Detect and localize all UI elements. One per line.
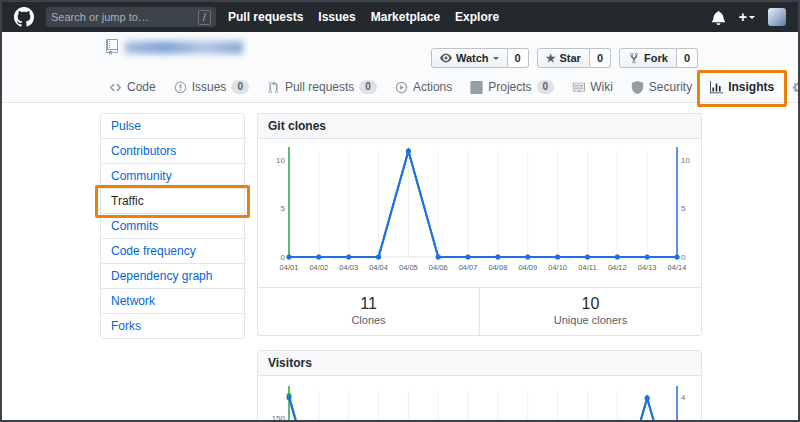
insights-sidebar: Pulse Contributors Community Traffic Com… bbox=[100, 113, 245, 339]
tab-actions[interactable]: Actions bbox=[386, 73, 461, 103]
top-header: / Pull requests Issues Marketplace Explo… bbox=[2, 2, 798, 32]
unique-cloners-label: Unique cloners bbox=[480, 314, 701, 326]
tab-insights[interactable]: Insights bbox=[701, 73, 783, 103]
unique-cloners-cell: 10 Unique cloners bbox=[479, 288, 701, 335]
sidebar-item-traffic[interactable]: Traffic bbox=[101, 189, 244, 214]
svg-text:04/09: 04/09 bbox=[518, 263, 537, 272]
github-traffic-page: / Pull requests Issues Marketplace Explo… bbox=[0, 0, 800, 422]
nav-marketplace[interactable]: Marketplace bbox=[371, 10, 440, 24]
issue-icon bbox=[174, 81, 187, 94]
repo-icon bbox=[106, 39, 118, 55]
tab-label: Projects bbox=[488, 80, 531, 94]
sidebar-item-dependency-graph[interactable]: Dependency graph bbox=[101, 264, 244, 289]
tab-label: Code bbox=[127, 80, 156, 94]
svg-text:04/11: 04/11 bbox=[578, 263, 596, 272]
git-clones-panel-title: Git clones bbox=[258, 114, 701, 139]
header-right: + bbox=[711, 8, 786, 26]
clones-total-value: 11 bbox=[258, 295, 479, 313]
tab-count: 0 bbox=[231, 80, 249, 94]
visitors-panel-title: Visitors bbox=[258, 351, 701, 376]
svg-text:04/13: 04/13 bbox=[638, 263, 657, 272]
fork-count[interactable]: 0 bbox=[677, 48, 698, 68]
repo-name-redacted[interactable] bbox=[125, 41, 243, 54]
slash-shortcut-hint: / bbox=[198, 10, 211, 25]
repo-action-buttons: Watch 0 ★ Star 0 Fork 0 bbox=[431, 48, 698, 68]
user-avatar[interactable] bbox=[768, 8, 786, 26]
watch-count[interactable]: 0 bbox=[508, 48, 529, 68]
top-nav: Pull requests Issues Marketplace Explore bbox=[228, 10, 499, 24]
repo-header: Watch 0 ★ Star 0 Fork 0 bbox=[2, 32, 798, 103]
tab-count: 0 bbox=[537, 80, 555, 94]
tab-code[interactable]: Code bbox=[100, 73, 165, 103]
git-clones-chart: 0510051004/0104/0204/0304/0404/0504/0604… bbox=[258, 139, 701, 287]
traffic-content: Git clones 0510051004/0104/0204/0304/040… bbox=[257, 113, 702, 422]
watch-button-group: Watch 0 bbox=[431, 48, 529, 68]
svg-text:04/14: 04/14 bbox=[668, 263, 687, 272]
notifications-bell-icon[interactable] bbox=[711, 10, 726, 25]
code-icon bbox=[109, 81, 122, 94]
tab-label: Pull requests bbox=[285, 80, 354, 94]
svg-text:5: 5 bbox=[281, 204, 286, 213]
tab-security[interactable]: Security bbox=[622, 73, 701, 103]
svg-text:04/08: 04/08 bbox=[489, 263, 508, 272]
visitors-chart: 50100150123404/0104/0204/0304/0404/0504/… bbox=[258, 376, 701, 422]
gear-icon bbox=[792, 81, 800, 94]
tab-settings[interactable]: Settings bbox=[783, 73, 800, 103]
sidebar-item-community[interactable]: Community bbox=[101, 164, 244, 189]
fork-icon bbox=[628, 52, 640, 64]
book-icon bbox=[572, 81, 585, 94]
svg-text:10: 10 bbox=[681, 156, 690, 165]
nav-explore[interactable]: Explore bbox=[455, 10, 499, 24]
project-board-icon bbox=[470, 81, 483, 94]
tab-label: Insights bbox=[728, 80, 774, 94]
star-button[interactable]: ★ Star bbox=[537, 48, 590, 68]
nav-issues[interactable]: Issues bbox=[318, 10, 355, 24]
clones-total-label: Clones bbox=[258, 314, 479, 326]
svg-text:0: 0 bbox=[281, 253, 286, 262]
shield-icon bbox=[631, 81, 644, 94]
sidebar-item-commits[interactable]: Commits bbox=[101, 214, 244, 239]
search-input[interactable] bbox=[51, 11, 198, 23]
star-count[interactable]: 0 bbox=[590, 48, 611, 68]
caret-down-icon bbox=[493, 57, 499, 63]
fork-button[interactable]: Fork bbox=[619, 48, 677, 68]
tab-label: Wiki bbox=[590, 80, 613, 94]
tab-projects[interactable]: Projects 0 bbox=[461, 73, 563, 103]
svg-text:04/03: 04/03 bbox=[339, 263, 358, 272]
svg-text:0: 0 bbox=[681, 253, 686, 262]
sidebar-item-pulse[interactable]: Pulse bbox=[101, 114, 244, 139]
repo-tabs: Code Issues 0 Pull requests 0 Actions Pr… bbox=[100, 73, 800, 103]
sidebar-item-network[interactable]: Network bbox=[101, 289, 244, 314]
caret-down-icon bbox=[749, 16, 755, 22]
sidebar-item-code-frequency[interactable]: Code frequency bbox=[101, 239, 244, 264]
watch-button[interactable]: Watch bbox=[431, 48, 508, 68]
fork-button-group: Fork 0 bbox=[619, 48, 698, 68]
svg-text:04/10: 04/10 bbox=[548, 263, 567, 272]
eye-icon bbox=[440, 52, 452, 64]
github-logo-icon[interactable] bbox=[14, 7, 34, 27]
svg-text:150: 150 bbox=[272, 414, 286, 422]
tab-pull-requests[interactable]: Pull requests 0 bbox=[258, 73, 386, 103]
svg-text:10: 10 bbox=[276, 156, 285, 165]
tab-label: Security bbox=[649, 80, 692, 94]
star-label: Star bbox=[560, 52, 581, 64]
create-new-button[interactable]: + bbox=[739, 9, 755, 25]
svg-text:04/02: 04/02 bbox=[309, 263, 328, 272]
tab-count: 0 bbox=[359, 80, 377, 94]
plus-icon: + bbox=[739, 9, 747, 25]
nav-pull-requests[interactable]: Pull requests bbox=[228, 10, 303, 24]
unique-cloners-value: 10 bbox=[480, 295, 701, 313]
svg-text:5: 5 bbox=[681, 204, 686, 213]
svg-text:4: 4 bbox=[681, 393, 686, 402]
svg-text:04/06: 04/06 bbox=[429, 263, 448, 272]
tab-label: Actions bbox=[413, 80, 452, 94]
pull-request-icon bbox=[267, 81, 280, 94]
visitors-panel: Visitors 50100150123404/0104/0204/0304/0… bbox=[257, 350, 702, 422]
sidebar-item-forks[interactable]: Forks bbox=[101, 314, 244, 338]
clones-total-cell: 11 Clones bbox=[258, 288, 479, 335]
tab-wiki[interactable]: Wiki bbox=[563, 73, 622, 103]
sidebar-item-contributors[interactable]: Contributors bbox=[101, 139, 244, 164]
svg-text:04/12: 04/12 bbox=[608, 263, 627, 272]
tab-issues[interactable]: Issues 0 bbox=[165, 73, 258, 103]
svg-text:04/07: 04/07 bbox=[459, 263, 478, 272]
